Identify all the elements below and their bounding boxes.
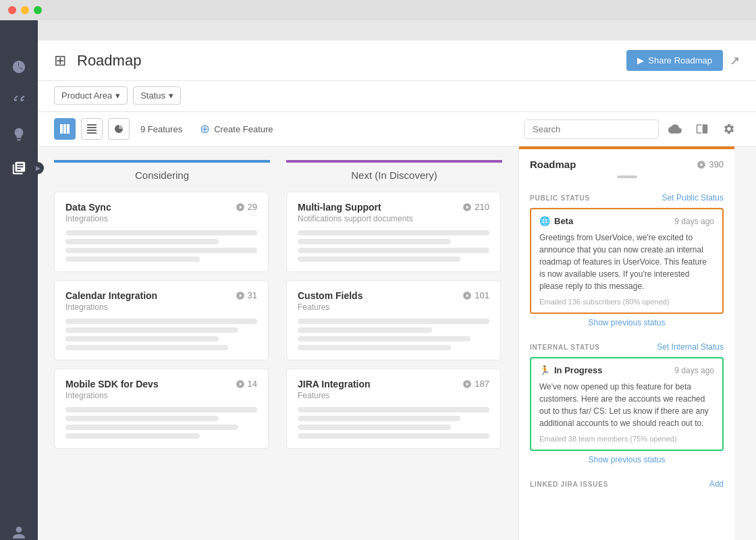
card-line	[298, 336, 470, 342]
card-line	[298, 319, 489, 324]
share-roadmap-button[interactable]: ▶ Share Roadmap	[626, 50, 723, 71]
pie-view-button[interactable]	[108, 118, 130, 140]
column-header-considering: Considering	[54, 160, 270, 192]
section-header: PUBLIC STATUS Set Public Status	[530, 193, 724, 202]
card-multilang[interactable]: Multi-lang Support 210 Notifications sup…	[286, 192, 501, 272]
card-line	[298, 425, 451, 430]
card-votes: 29	[236, 202, 257, 212]
card-header: JIRA Integration 187	[298, 379, 489, 389]
columns-icon	[696, 123, 708, 135]
status-filter[interactable]: Status ▾	[133, 86, 181, 105]
search-input[interactable]	[524, 119, 659, 139]
traffic-light-green[interactable]	[34, 6, 42, 14]
globe-icon: 🌐	[539, 216, 550, 226]
sidebar-item-ideas[interactable]	[0, 117, 38, 151]
chevron-down-icon: ▾	[115, 90, 120, 101]
traffic-light-yellow[interactable]	[21, 6, 29, 14]
card-votes: 187	[462, 379, 489, 389]
linked-jira-title: LINKED JIRA ISSUES	[530, 481, 608, 488]
right-panel: Roadmap 390 PUBLIC	[518, 146, 734, 540]
lightbulb-icon	[11, 127, 26, 142]
header-right: ▶ Share Roadmap ↗	[626, 50, 740, 71]
list-view-button[interactable]	[81, 118, 103, 140]
sidebar-item-user[interactable]	[0, 516, 38, 540]
card-line	[65, 345, 228, 350]
user-icon	[11, 525, 26, 540]
panel-votes: 390	[697, 159, 724, 169]
set-internal-status-link[interactable]: Set Internal Status	[657, 342, 724, 352]
card-line	[65, 319, 257, 324]
status-meta: Emailed 136 subscribers (80% opened)	[539, 298, 714, 306]
progress-icon: 🏃	[539, 365, 550, 375]
vote-icon	[236, 202, 245, 212]
card-title: Mobile SDK for Devs	[65, 379, 159, 389]
external-link-button[interactable]: ↗	[730, 53, 740, 68]
show-previous-public-status[interactable]: Show previous status	[530, 314, 724, 331]
columns-icon-button[interactable]	[691, 118, 713, 140]
card-line	[65, 248, 257, 253]
svg-rect-4	[87, 127, 97, 128]
traffic-light-red[interactable]	[8, 6, 16, 14]
card-line	[298, 256, 460, 262]
gear-icon	[723, 123, 735, 135]
card-votes: 14	[236, 379, 257, 389]
vote-icon	[462, 202, 472, 212]
status-card-header: 🌐 Beta 9 days ago	[539, 216, 714, 226]
card-data-sync[interactable]: Data Sync 29 Integrations	[54, 192, 269, 272]
card-line	[65, 433, 200, 439]
sidebar-toggle[interactable]: ▶	[32, 162, 44, 174]
svg-rect-3	[87, 124, 97, 126]
cloud-icon	[668, 122, 682, 136]
create-feature-button[interactable]: ⊕ Create Feature	[193, 117, 279, 140]
internal-status-text: We've now opened up this feature for bet…	[539, 381, 714, 429]
public-status-card: 🌐 Beta 9 days ago Greetings from UserVoi…	[530, 208, 724, 314]
card-line	[65, 336, 219, 342]
set-public-status-link[interactable]: Set Public Status	[662, 193, 724, 202]
card-title: Custom Fields	[298, 290, 362, 301]
show-previous-internal-status[interactable]: Show previous status	[530, 451, 724, 468]
svg-rect-1	[63, 124, 66, 134]
vote-icon	[236, 379, 245, 389]
panel-column-header: Roadmap 390	[519, 146, 734, 185]
features-count: 9 Features	[135, 124, 188, 134]
plus-icon: ⊕	[200, 122, 210, 136]
card-jira-integration[interactable]: JIRA Integration 187 Features	[286, 369, 501, 449]
card-header: Calendar Integration 31	[65, 290, 257, 301]
card-mobile-sdk[interactable]: Mobile SDK for Devs 14 Integrations	[54, 369, 269, 449]
column-header-next: Next (In Discovery)	[286, 160, 502, 192]
internal-status-section: INTERNAL STATUS Set Internal Status 🏃 In…	[530, 342, 724, 468]
card-calendar-integration[interactable]: Calendar Integration 31 Integrations	[54, 280, 269, 360]
column-cards-considering: Data Sync 29 Integrations	[54, 192, 270, 540]
vote-icon	[697, 160, 706, 169]
card-line	[298, 248, 489, 253]
card-header: Data Sync 29	[65, 202, 257, 213]
roadmap-header-icon: ⊞	[54, 52, 66, 70]
pie-chart-icon	[11, 59, 26, 74]
card-subtitle: Features	[298, 302, 489, 312]
card-line	[298, 230, 489, 236]
section-header: LINKED JIRA ISSUES Add	[530, 479, 724, 489]
status-time: 9 days ago	[674, 217, 714, 226]
product-area-filter[interactable]: Product Area ▾	[54, 86, 128, 105]
vote-icon	[462, 379, 472, 389]
card-votes: 31	[236, 290, 257, 300]
list-icon	[87, 124, 97, 134]
board-view-button[interactable]	[54, 118, 76, 140]
cloud-icon-button[interactable]	[664, 118, 686, 140]
settings-icon-button[interactable]	[718, 118, 740, 140]
card-line	[298, 239, 451, 244]
card-votes: 101	[462, 290, 489, 300]
card-line	[298, 407, 489, 412]
add-jira-link[interactable]: Add	[709, 479, 724, 489]
panel-card-title: Roadmap	[530, 159, 576, 170]
sidebar-item-roadmap[interactable]: ▶	[0, 151, 38, 185]
roadmap-icon	[11, 161, 26, 176]
sidebar-item-feedback[interactable]	[0, 84, 38, 117]
card-custom-fields[interactable]: Custom Fields 101 Features	[286, 280, 501, 360]
vote-icon	[462, 291, 472, 300]
internal-status-card-header: 🏃 In Progress 9 days ago	[539, 365, 714, 375]
internal-status-time: 9 days ago	[674, 366, 714, 375]
card-subtitle: Integrations	[65, 214, 257, 223]
sidebar-item-analytics[interactable]	[0, 50, 38, 84]
card-subtitle: Integrations	[65, 302, 257, 312]
